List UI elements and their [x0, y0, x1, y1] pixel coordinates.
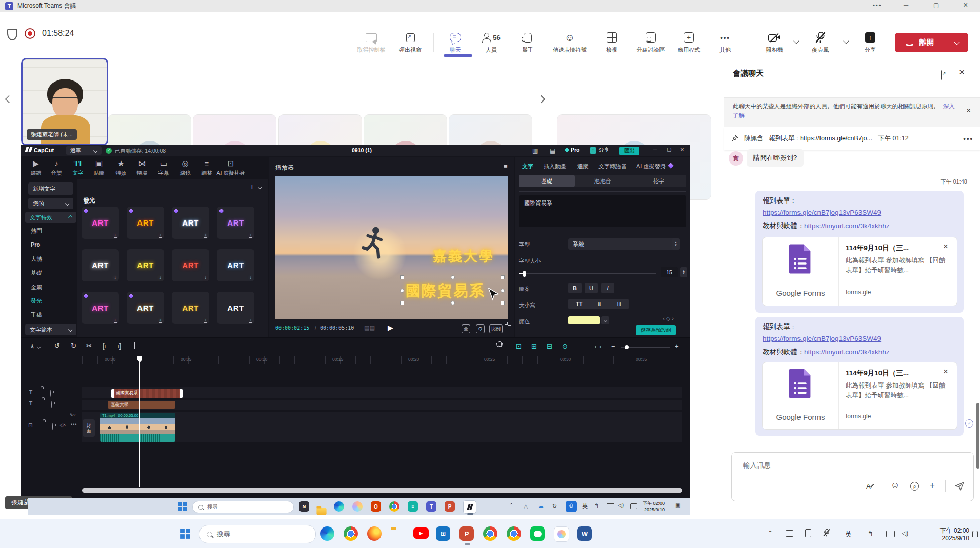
visibility-icon[interactable]	[51, 401, 52, 408]
text-clip[interactable]: 嘉義大學	[108, 401, 175, 409]
link-preview-card[interactable]: Google Forms 114年9月10日（三... × 此為報到表單 參加教…	[762, 362, 957, 430]
window-maximize-button[interactable]: ▢	[933, 2, 939, 9]
save-preset-button[interactable]: 儲存為預設組	[636, 325, 676, 335]
ratio-button[interactable]: 比例	[489, 324, 503, 333]
text-effect-tile[interactable]: ART↓	[217, 249, 254, 281]
link-preview-card[interactable]: Google Forms 114年9月10日（三... × 此為報到表單 參加教…	[762, 237, 957, 306]
app-word[interactable]: W	[577, 526, 592, 541]
font-stepper[interactable]: ▲▼	[672, 238, 680, 250]
forms-link[interactable]: https://forms.gle/cnB7jog13vP63SW49	[763, 335, 881, 342]
overlay-text-2[interactable]: 國際貿易系	[406, 281, 485, 301]
chat-close-icon[interactable]: ×	[959, 67, 965, 78]
text-effect-tile[interactable]: ART↓	[172, 207, 209, 239]
shared-app-notes[interactable]: ≡	[408, 501, 418, 512]
camera-options-chevron[interactable]	[793, 38, 799, 44]
bold-button[interactable]: B	[568, 283, 582, 293]
clip-handle-right[interactable]	[180, 389, 182, 398]
message-input-box[interactable]: A ☺ ρ +	[731, 452, 974, 501]
camera-button[interactable]: 照相機	[755, 31, 794, 54]
video-clip[interactable]: T1.mp4 00:00:05:00	[100, 413, 175, 442]
chat-button[interactable]: 聊天	[436, 31, 475, 54]
popout-button[interactable]: 彈出視窗	[391, 31, 430, 54]
visibility-icon[interactable]	[50, 390, 51, 397]
send-icon[interactable]	[954, 481, 965, 491]
strip-scroll-left-icon[interactable]	[5, 95, 13, 104]
player-menu-icon[interactable]: ≡	[504, 163, 508, 170]
italic-button[interactable]: I	[601, 283, 614, 293]
visibility-icon[interactable]	[52, 423, 53, 430]
take-control-button[interactable]: 取得控制權	[352, 31, 391, 54]
shared-tray-printer[interactable]	[630, 503, 637, 509]
subtab-basic[interactable]: 基礎	[519, 175, 575, 187]
app-chrome-profile3[interactable]	[507, 526, 521, 541]
shared-app-dark[interactable]: N	[299, 501, 309, 512]
text-effect-tile[interactable]: ART↓	[217, 292, 254, 324]
select-tool-button[interactable]: ➢	[28, 343, 36, 349]
app-youtube[interactable]: ▶	[413, 527, 429, 539]
select-tool-chevron[interactable]	[37, 344, 41, 349]
slider-handle[interactable]	[523, 271, 526, 277]
sidebar-item-metal[interactable]: 金屬	[31, 283, 42, 291]
capcut-close-button[interactable]: ×	[680, 146, 684, 153]
tray-clipboard-icon[interactable]	[805, 529, 811, 537]
keyframe-control[interactable]: ‹ ◇ ›	[663, 315, 674, 322]
share-button[interactable]: ↑ 分享	[851, 31, 890, 54]
tray-mic-muted-icon[interactable]	[824, 529, 830, 539]
sidebar-item-pro[interactable]: Pro	[31, 241, 40, 248]
tray-device-icon[interactable]	[786, 530, 793, 537]
shared-tray-clock[interactable]: 下午 02:002025/9/10	[643, 500, 665, 513]
font-size-value[interactable]: 15	[661, 267, 678, 277]
leave-options-chevron[interactable]	[954, 39, 959, 45]
export-button[interactable]: 匯出	[619, 147, 639, 155]
tray-notifications-icon[interactable]	[972, 531, 978, 537]
mute-track-icon[interactable]: ◁×	[59, 422, 66, 428]
strip-scroll-right-icon[interactable]	[537, 95, 546, 104]
selection-handle[interactable]	[451, 301, 455, 305]
tinyurl-link[interactable]: https://tinyurl.com/3k4xkhhz	[804, 222, 890, 230]
zoom-slider-handle[interactable]	[625, 345, 629, 349]
tray-display-icon[interactable]	[886, 531, 895, 537]
font-size-slider[interactable]	[519, 273, 656, 274]
shared-app-edge[interactable]	[334, 501, 344, 512]
text-effect-tile[interactable]: ART↓	[172, 249, 209, 281]
capcut-maximize-button[interactable]: ▢	[667, 147, 671, 152]
shared-tray-sync[interactable]: ↻	[552, 503, 557, 510]
timeline-ruler[interactable]: 00:00 00:05 00:10 00:15 00:20 00:25 00:3…	[82, 356, 682, 364]
shared-app-powerpoint[interactable]: P	[445, 501, 455, 512]
shared-tray-display[interactable]	[607, 503, 614, 509]
shared-app-teams[interactable]: T	[426, 501, 436, 512]
timeline-zoom-slider[interactable]	[621, 347, 670, 348]
text-content-box[interactable]: 國際貿易系	[519, 195, 686, 227]
overlay-text-1[interactable]: 嘉義大學	[433, 247, 494, 266]
case-title-button[interactable]: Tt	[616, 301, 621, 307]
props-tab-ai-avatar[interactable]: AI 虛擬替身	[636, 163, 666, 170]
zoom-preview-button[interactable]: Q	[476, 324, 485, 333]
list-view-icon[interactable]: ▤▤	[364, 324, 375, 331]
fit-button[interactable]: 全	[462, 324, 470, 333]
layout-bottom-icon[interactable]: ▤	[550, 147, 555, 154]
props-tab-tracking[interactable]: 追蹤	[577, 163, 589, 170]
clip-handle-left[interactable]	[112, 389, 114, 398]
shared-start-button[interactable]	[178, 502, 187, 511]
shared-tray-speaker[interactable]: ◁)	[618, 502, 624, 508]
selection-handle[interactable]	[501, 275, 505, 279]
raise-hand-button[interactable]: 舉手	[508, 31, 547, 54]
delete-button[interactable]	[134, 342, 135, 349]
text-template-dropdown[interactable]: 文字範本	[25, 324, 76, 335]
leave-button[interactable]: 離開	[895, 33, 968, 52]
outgoing-message-bubble[interactable]: 報到表單 : https://forms.gle/cnB7jog13vP63SW…	[755, 317, 964, 436]
people-button[interactable]: 56 人員	[472, 31, 511, 54]
tab-ai-avatar[interactable]: ⊡AI 虛擬替身	[211, 158, 250, 177]
app-edge[interactable]	[320, 526, 334, 541]
sidebar-item-hot[interactable]: 熱門	[31, 227, 42, 235]
card-close-icon[interactable]: ×	[943, 241, 948, 252]
message-avatar[interactable]: 實	[729, 151, 743, 166]
layout-left-icon[interactable]: ▥	[532, 147, 538, 154]
emoji-icon[interactable]: ☺	[891, 480, 899, 491]
undo-button[interactable]: ↺	[54, 342, 60, 350]
case-upper-button[interactable]: TT	[576, 301, 582, 307]
outgoing-message-bubble[interactable]: 報到表單 : https://forms.gle/cnB7jog13vP63SW…	[755, 191, 964, 313]
font-size-stepper[interactable]: ▲▼	[680, 267, 687, 277]
cover-button[interactable]: 封面	[83, 419, 95, 437]
app-firefox[interactable]	[367, 526, 382, 541]
